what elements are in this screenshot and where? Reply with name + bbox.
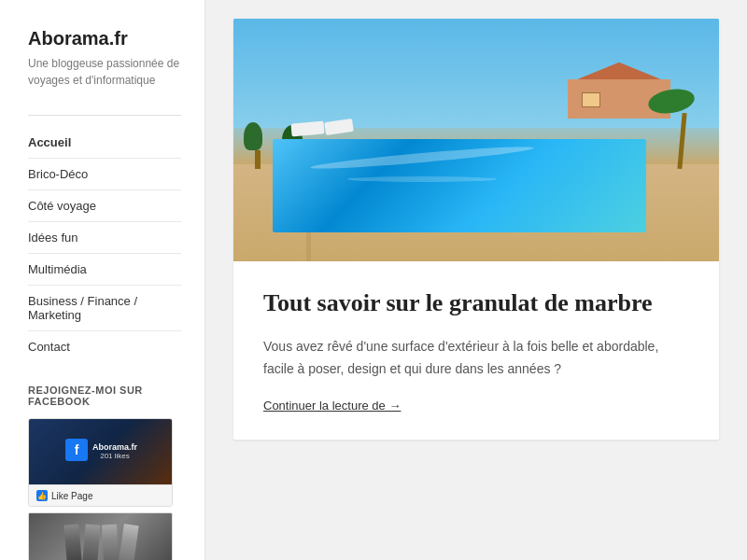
clothes-visual: [58, 517, 144, 561]
page-layout: Aborama.fr Une bloggeuse passionnée de v…: [0, 0, 747, 560]
main-nav: Accueil Brico-Déco Côté voyage Idées fun…: [28, 127, 181, 362]
sidebar: Aborama.fr Une bloggeuse passionnée de v…: [0, 0, 205, 560]
palm-tree: [669, 94, 695, 169]
hanger-4: [119, 524, 138, 560]
hanger-2: [82, 524, 100, 560]
site-title: Aborama.fr: [28, 28, 181, 49]
facebook-section-title: REJOIGNEZ-MOI SUR FACEBOOK: [28, 385, 181, 407]
nav-link-business[interactable]: Business / Finance / Marketing: [28, 286, 181, 330]
nav-item-contact[interactable]: Contact: [28, 331, 181, 362]
tree-left: [253, 122, 262, 169]
nav-item-accueil[interactable]: Accueil: [28, 127, 181, 159]
nav-item-idees[interactable]: Idées fun: [28, 222, 181, 254]
house-window: [582, 92, 600, 107]
swimming-pool: [273, 139, 646, 232]
pool-chair-2: [324, 119, 354, 135]
hanger-3: [101, 524, 118, 560]
nav-item-business[interactable]: Business / Finance / Marketing: [28, 286, 181, 331]
tree-trunk-left: [255, 150, 261, 169]
pool-highlight: [310, 143, 534, 172]
read-more-link[interactable]: Continuer la lecture de →: [263, 399, 401, 413]
palm-trunk: [677, 113, 686, 169]
nav-item-multimedia[interactable]: Multimédia: [28, 254, 181, 286]
nav-link-contact[interactable]: Contact: [28, 331, 181, 362]
facebook-widget[interactable]: f Aborama.fr 201 likes 👍 Like Page: [28, 418, 173, 507]
main-content: Tout savoir sur le granulat de marbre Vo…: [205, 0, 747, 560]
nav-link-voyage[interactable]: Côté voyage: [28, 190, 181, 221]
pool-scene: [233, 19, 719, 261]
nav-link-accueil[interactable]: Accueil: [28, 127, 181, 158]
nav-divider: [28, 115, 181, 116]
tree-top-left: [244, 122, 262, 150]
nav-menu: Accueil Brico-Déco Côté voyage Idées fun…: [28, 127, 181, 362]
nav-link-idees[interactable]: Idées fun: [28, 222, 181, 253]
fb-likes-count: 201 likes: [92, 452, 137, 460]
nav-item-voyage[interactable]: Côté voyage: [28, 190, 181, 222]
pool-chair-1: [290, 120, 324, 136]
fb-like-label: Like Page: [51, 491, 92, 501]
nav-link-brico[interactable]: Brico-Déco: [28, 159, 181, 189]
article-body: Tout savoir sur le granulat de marbre Vo…: [233, 261, 719, 440]
sidebar-secondary-image: [28, 512, 173, 560]
article-excerpt: Vous avez rêvé d'une surface d'extérieur…: [263, 336, 689, 381]
facebook-banner: f Aborama.fr 201 likes: [29, 419, 173, 484]
article-hero-image: [233, 19, 719, 261]
nav-link-multimedia[interactable]: Multimédia: [28, 254, 181, 285]
thumbs-up-icon: 👍: [36, 490, 48, 501]
nav-item-brico[interactable]: Brico-Déco: [28, 159, 181, 190]
fb-page-name: Aborama.fr: [92, 442, 137, 452]
facebook-logo-icon: f: [65, 439, 88, 461]
article-title: Tout savoir sur le granulat de marbre: [263, 287, 689, 319]
pool-ripple: [347, 176, 497, 182]
hanger-1: [63, 524, 81, 560]
facebook-like-button[interactable]: 👍 Like Page: [29, 484, 172, 506]
site-tagline: Une bloggeuse passionnée de voyages et d…: [28, 55, 181, 89]
article-card: Tout savoir sur le granulat de marbre Vo…: [233, 19, 719, 440]
fb-banner-content: f Aborama.fr 201 likes: [65, 439, 137, 465]
